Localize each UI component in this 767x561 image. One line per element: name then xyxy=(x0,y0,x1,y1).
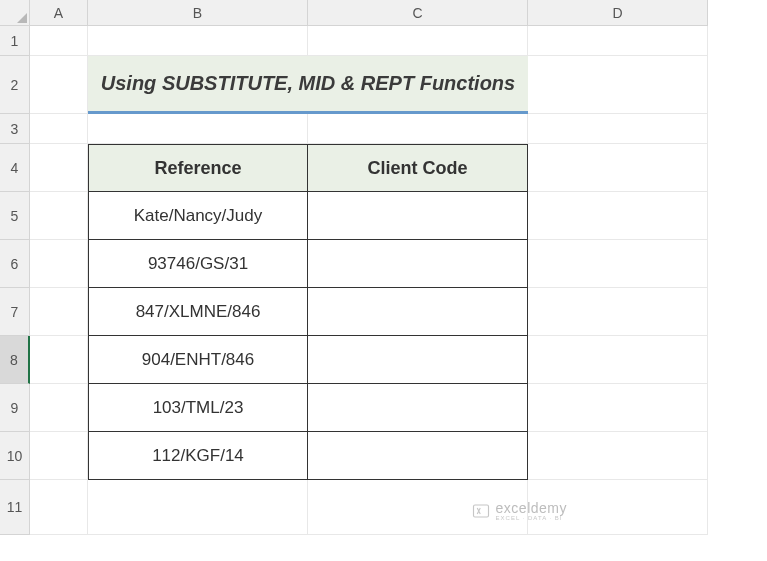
table-row[interactable] xyxy=(308,240,528,288)
cell-a10[interactable] xyxy=(30,432,88,480)
cell-d3[interactable] xyxy=(528,114,708,144)
watermark-text: exceldemy EXCEL · DATA · BI xyxy=(496,501,567,521)
cell-a7[interactable] xyxy=(30,288,88,336)
row-header-9[interactable]: 9 xyxy=(0,384,30,432)
cell-b3[interactable] xyxy=(88,114,308,144)
row-header-3[interactable]: 3 xyxy=(0,114,30,144)
table-row[interactable]: Kate/Nancy/Judy xyxy=(88,192,308,240)
table-row[interactable]: 112/KGF/14 xyxy=(88,432,308,480)
cell-d5[interactable] xyxy=(528,192,708,240)
table-row[interactable] xyxy=(308,336,528,384)
cell-b11[interactable] xyxy=(88,480,308,535)
table-row[interactable]: 103/TML/23 xyxy=(88,384,308,432)
cell-b1[interactable] xyxy=(88,26,308,56)
cell-a4[interactable] xyxy=(30,144,88,192)
col-header-c[interactable]: C xyxy=(308,0,528,26)
select-all-corner[interactable] xyxy=(0,0,30,26)
col-header-d[interactable]: D xyxy=(528,0,708,26)
table-row[interactable] xyxy=(308,192,528,240)
table-row[interactable] xyxy=(308,432,528,480)
cell-a8[interactable] xyxy=(30,336,88,384)
cell-d6[interactable] xyxy=(528,240,708,288)
watermark-sub: EXCEL · DATA · BI xyxy=(496,515,567,521)
row-header-1[interactable]: 1 xyxy=(0,26,30,56)
row-header-2[interactable]: 2 xyxy=(0,56,30,114)
row-header-11[interactable]: 11 xyxy=(0,480,30,535)
row-header-4[interactable]: 4 xyxy=(0,144,30,192)
cell-a11[interactable] xyxy=(30,480,88,535)
table-header-clientcode[interactable]: Client Code xyxy=(308,144,528,192)
cell-a9[interactable] xyxy=(30,384,88,432)
table-row[interactable]: 904/ENHT/846 xyxy=(88,336,308,384)
table-row[interactable] xyxy=(308,384,528,432)
row-header-10[interactable]: 10 xyxy=(0,432,30,480)
watermark-main: exceldemy xyxy=(496,501,567,515)
watermark: exceldemy EXCEL · DATA · BI xyxy=(472,501,567,521)
cell-d4[interactable] xyxy=(528,144,708,192)
cell-a6[interactable] xyxy=(30,240,88,288)
col-header-a[interactable]: A xyxy=(30,0,88,26)
cell-d1[interactable] xyxy=(528,26,708,56)
cell-a5[interactable] xyxy=(30,192,88,240)
title-cell[interactable]: Using SUBSTITUTE, MID & REPT Functions xyxy=(88,56,528,114)
spreadsheet-grid: A B C D 1 2 Using SUBSTITUTE, MID & REPT… xyxy=(0,0,767,535)
excel-icon xyxy=(472,502,490,520)
cell-a1[interactable] xyxy=(30,26,88,56)
cell-d10[interactable] xyxy=(528,432,708,480)
row-header-6[interactable]: 6 xyxy=(0,240,30,288)
row-header-8[interactable]: 8 xyxy=(0,336,30,384)
cell-c1[interactable] xyxy=(308,26,528,56)
row-header-7[interactable]: 7 xyxy=(0,288,30,336)
cell-c3[interactable] xyxy=(308,114,528,144)
row-header-5[interactable]: 5 xyxy=(0,192,30,240)
table-header-reference[interactable]: Reference xyxy=(88,144,308,192)
table-row[interactable] xyxy=(308,288,528,336)
table-row[interactable]: 93746/GS/31 xyxy=(88,240,308,288)
cell-a3[interactable] xyxy=(30,114,88,144)
table-row[interactable]: 847/XLMNE/846 xyxy=(88,288,308,336)
col-header-b[interactable]: B xyxy=(88,0,308,26)
cell-d2[interactable] xyxy=(528,56,708,114)
cell-d8[interactable] xyxy=(528,336,708,384)
cell-d7[interactable] xyxy=(528,288,708,336)
cell-a2[interactable] xyxy=(30,56,88,114)
cell-d9[interactable] xyxy=(528,384,708,432)
svg-rect-0 xyxy=(473,505,488,517)
